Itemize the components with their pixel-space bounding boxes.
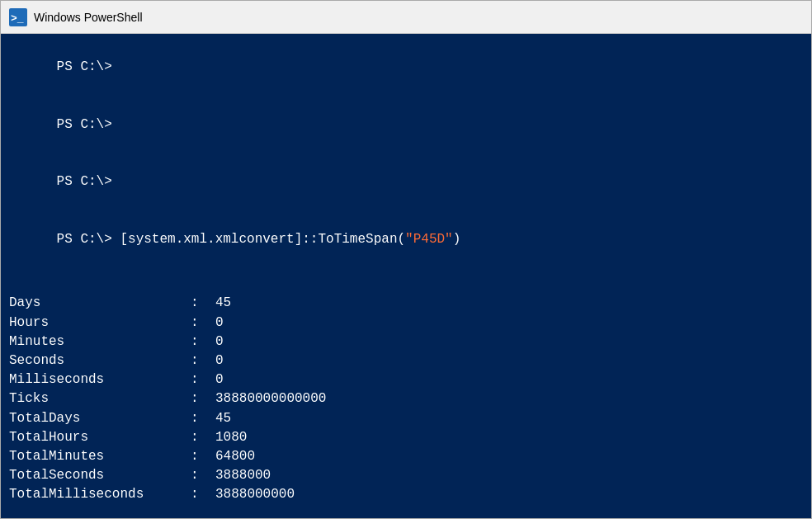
console-area[interactable]: PS C:\> PS C:\> PS C:\> PS C:\> [system.…: [1, 34, 811, 518]
output-key: TotalSeconds: [9, 466, 191, 485]
output-row: Seconds: 0: [9, 352, 803, 370]
output-value: 0: [215, 370, 224, 389]
output-row: Hours: 0: [9, 314, 803, 333]
output-colon: :: [191, 389, 215, 408]
output-value: 38880000000000: [215, 389, 326, 408]
output-table: Days: 45Hours: 0Minutes: 0Seconds: 0Mill…: [9, 294, 803, 504]
blank-line: [9, 268, 803, 287]
output-colon: :: [191, 314, 215, 333]
output-key: TotalMilliseconds: [9, 485, 191, 504]
output-row: Milliseconds: 0: [9, 370, 803, 389]
output-row: TotalMinutes: 64800: [9, 447, 803, 466]
output-row: TotalMilliseconds: 3888000000: [9, 485, 803, 504]
output-value: 0: [215, 352, 224, 370]
output-value: 1080: [215, 428, 247, 447]
output-value: 0: [215, 333, 224, 352]
output-key: Minutes: [9, 333, 191, 352]
output-colon: :: [191, 409, 215, 428]
command-close: ): [453, 232, 461, 247]
command-string: "P45D": [405, 232, 453, 247]
output-value: 3888000: [215, 466, 271, 485]
command-code: [system.xml.xmlconvert]::ToTimeSpan(: [120, 232, 405, 247]
output-value: 3888000000: [215, 485, 295, 504]
output-row: TotalHours: 1080: [9, 428, 803, 447]
ps-prompt-line-2: PS C:\>: [9, 97, 803, 154]
output-key: Days: [9, 294, 191, 313]
output-key: TotalMinutes: [9, 447, 191, 466]
output-colon: :: [191, 428, 215, 447]
powershell-icon: >_: [9, 8, 27, 26]
output-key: TotalDays: [9, 409, 191, 428]
output-key: Ticks: [9, 389, 191, 408]
command-prompt: PS C:\>: [57, 232, 120, 247]
output-value: 64800: [215, 447, 255, 466]
powershell-window: >_ Windows PowerShell PS C:\> PS C:\> PS…: [0, 0, 812, 519]
output-colon: :: [191, 294, 215, 313]
output-row: Days: 45: [9, 294, 803, 313]
output-colon: :: [191, 333, 215, 352]
output-key: Seconds: [9, 352, 191, 370]
output-colon: :: [191, 466, 215, 485]
command-line: PS C:\> [system.xml.xmlconvert]::ToTimeS…: [9, 211, 803, 269]
ps-prompt-line-3: PS C:\>: [9, 153, 803, 211]
output-row: TotalDays: 45: [9, 409, 803, 428]
output-row: Ticks: 38880000000000: [9, 389, 803, 408]
output-colon: :: [191, 485, 215, 504]
output-colon: :: [191, 352, 215, 370]
output-key: TotalHours: [9, 428, 191, 447]
svg-text:>_: >_: [11, 12, 24, 25]
output-row: Minutes: 0: [9, 333, 803, 352]
window-title: Windows PowerShell: [34, 11, 143, 24]
output-value: 0: [215, 314, 224, 333]
ps-prompt-line-1: PS C:\>: [9, 39, 803, 97]
title-bar: >_ Windows PowerShell: [1, 1, 811, 34]
output-value: 45: [215, 409, 231, 428]
output-value: 45: [215, 294, 231, 313]
output-key: Milliseconds: [9, 370, 191, 389]
output-colon: :: [191, 447, 215, 466]
output-colon: :: [191, 370, 215, 389]
output-row: TotalSeconds: 3888000: [9, 466, 803, 485]
output-key: Hours: [9, 314, 191, 333]
